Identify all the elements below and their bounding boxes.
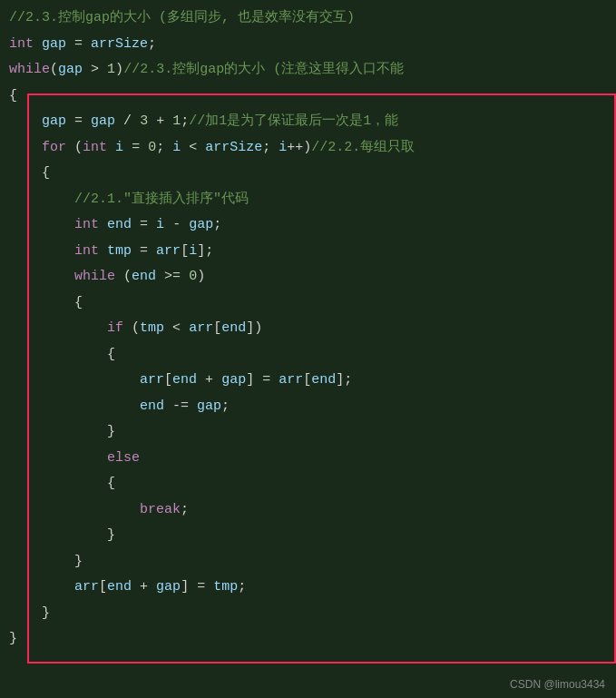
code-content: //2.3.控制gap的大小 (多组同步, 也是效率没有交互) int gap … xyxy=(0,0,616,658)
watermark: CSDN @limou3434 xyxy=(510,678,605,691)
code-editor: //2.3.控制gap的大小 (多组同步, 也是效率没有交互) int gap … xyxy=(0,0,616,698)
